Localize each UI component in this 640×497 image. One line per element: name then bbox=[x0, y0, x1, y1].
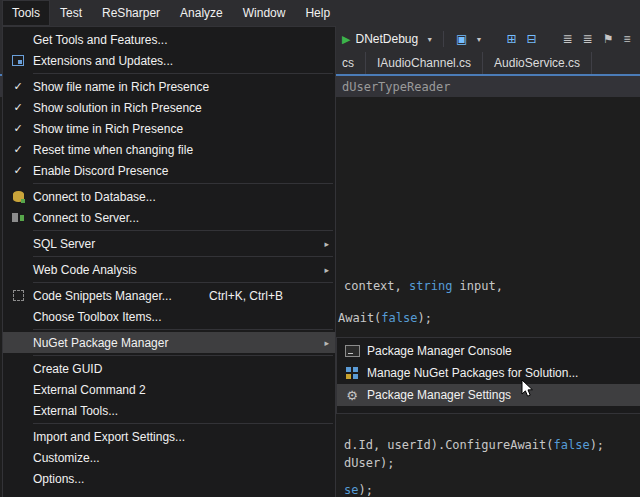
menu-item-external-command-2[interactable]: External Command 2 bbox=[3, 379, 335, 400]
code-snippets-icon bbox=[13, 290, 24, 301]
code-line: context, string input, bbox=[344, 279, 503, 293]
code-line: dUser); bbox=[344, 456, 395, 470]
code-line: d.Id, userId).ConfigureAwait(false); bbox=[344, 438, 604, 452]
submenu-item-package-manager-console[interactable]: Package Manager Console bbox=[337, 340, 640, 362]
checkmark-icon: ✓ bbox=[13, 164, 22, 177]
menu-item-code-snippets-manager[interactable]: Code Snippets Manager... Ctrl+K, Ctrl+B bbox=[3, 285, 335, 306]
submenu-item-package-manager-settings[interactable]: ⚙ Package Manager Settings bbox=[337, 384, 640, 406]
menu-separator bbox=[33, 256, 333, 257]
attach-caret-icon[interactable]: ▼ bbox=[475, 36, 482, 43]
checkmark-icon: ✓ bbox=[13, 101, 22, 114]
checkmark-icon: ✓ bbox=[13, 80, 22, 93]
debug-target-selector[interactable]: DNetDebug bbox=[355, 32, 418, 46]
code-line: se); bbox=[344, 483, 373, 497]
submenu-arrow-icon: ▸ bbox=[317, 265, 329, 275]
menu-item-connect-to-server[interactable]: Connect to Server... bbox=[3, 207, 335, 228]
menu-item-create-guid[interactable]: Create GUID bbox=[3, 358, 335, 379]
menu-item-nuget-package-manager[interactable]: NuGet Package Manager ▸ bbox=[3, 332, 335, 353]
window-list-icon[interactable]: ≡ bbox=[623, 33, 630, 45]
checkmark-icon: ✓ bbox=[13, 143, 22, 156]
menu-item-options[interactable]: Options... bbox=[3, 468, 335, 489]
document-tab[interactable]: cs bbox=[336, 52, 366, 74]
nuget-submenu: Package Manager Console Manage NuGet Pac… bbox=[336, 337, 640, 414]
breadcrumb: dUserTypeReader bbox=[342, 80, 450, 94]
server-plug-icon bbox=[12, 212, 24, 223]
menu-item-shortcut: Ctrl+K, Ctrl+B bbox=[209, 289, 283, 303]
checkmark-icon: ✓ bbox=[13, 122, 22, 135]
main-menu-bar: Tools Test ReSharper Analyze Window Help bbox=[0, 0, 640, 26]
menu-item-choose-toolbox-items[interactable]: Choose Toolbox Items... bbox=[3, 306, 335, 327]
debug-target-caret-icon[interactable]: ▼ bbox=[426, 36, 433, 43]
menu-item-show-solution-rich-presence[interactable]: ✓ Show solution in Rich Presence bbox=[3, 97, 335, 118]
database-icon bbox=[13, 191, 24, 202]
gear-icon: ⚙ bbox=[346, 389, 358, 402]
menu-item-show-file-name-rich-presence[interactable]: ✓ Show file name in Rich Presence bbox=[3, 76, 335, 97]
menu-separator bbox=[33, 73, 333, 74]
document-tab-iaudiochannel[interactable]: IAudioChannel.cs bbox=[366, 52, 483, 74]
menu-separator bbox=[33, 423, 333, 424]
code-line: Await(false); bbox=[338, 311, 432, 325]
menu-item-get-tools-and-features[interactable]: Get Tools and Features... bbox=[3, 29, 335, 50]
menu-tools[interactable]: Tools bbox=[2, 0, 50, 26]
submenu-arrow-icon: ▸ bbox=[317, 338, 329, 348]
vs-main-window: dUserTypeReader context, string input, A… bbox=[0, 0, 640, 497]
menu-item-import-export-settings[interactable]: Import and Export Settings... bbox=[3, 426, 335, 447]
menu-separator bbox=[33, 282, 333, 283]
menu-resharper[interactable]: ReSharper bbox=[92, 0, 170, 26]
start-debug-icon[interactable]: ▶ bbox=[342, 33, 350, 46]
menu-help[interactable]: Help bbox=[295, 0, 340, 26]
package-grid-icon bbox=[346, 367, 358, 379]
menu-separator bbox=[33, 230, 333, 231]
menu-separator bbox=[33, 355, 333, 356]
mouse-cursor bbox=[521, 379, 535, 402]
menu-item-extensions-and-updates[interactable]: Extensions and Updates... bbox=[3, 50, 335, 71]
menu-item-reset-time-when-changing-file[interactable]: ✓ Reset time when changing file bbox=[3, 139, 335, 160]
menu-window[interactable]: Window bbox=[233, 0, 296, 26]
submenu-arrow-icon: ▸ bbox=[317, 239, 329, 249]
new-window-icon[interactable]: ⊞ bbox=[506, 33, 516, 45]
menu-item-web-code-analysis[interactable]: Web Code Analysis ▸ bbox=[3, 259, 335, 280]
toolbar-separator bbox=[443, 31, 444, 47]
navigate-forward-icon[interactable]: ≣ bbox=[583, 33, 593, 45]
submenu-item-manage-nuget-packages-solution[interactable]: Manage NuGet Packages for Solution... bbox=[337, 362, 640, 384]
bookmark-icon[interactable]: ⚑ bbox=[603, 33, 614, 45]
menu-item-customize[interactable]: Customize... bbox=[3, 447, 335, 468]
menu-item-external-tools[interactable]: External Tools... bbox=[3, 400, 335, 421]
extensions-icon bbox=[12, 55, 24, 66]
document-tab-audioservice[interactable]: AudioService.cs bbox=[483, 52, 592, 74]
menu-test[interactable]: Test bbox=[50, 0, 92, 26]
tools-dropdown-menu: Get Tools and Features... Extensions and… bbox=[2, 26, 336, 497]
preview-window-icon[interactable]: ⊟ bbox=[526, 33, 536, 45]
menu-item-connect-to-database[interactable]: Connect to Database... bbox=[3, 186, 335, 207]
attach-to-process-icon[interactable]: ▣ bbox=[456, 33, 467, 45]
menu-analyze[interactable]: Analyze bbox=[170, 0, 233, 26]
navigate-backward-icon[interactable]: ≣ bbox=[563, 33, 573, 45]
menu-item-sql-server[interactable]: SQL Server ▸ bbox=[3, 233, 335, 254]
console-icon bbox=[345, 345, 360, 357]
menu-item-enable-discord-presence[interactable]: ✓ Enable Discord Presence bbox=[3, 160, 335, 181]
menu-separator bbox=[33, 183, 333, 184]
menu-item-show-time-rich-presence[interactable]: ✓ Show time in Rich Presence bbox=[3, 118, 335, 139]
menu-separator bbox=[33, 329, 333, 330]
